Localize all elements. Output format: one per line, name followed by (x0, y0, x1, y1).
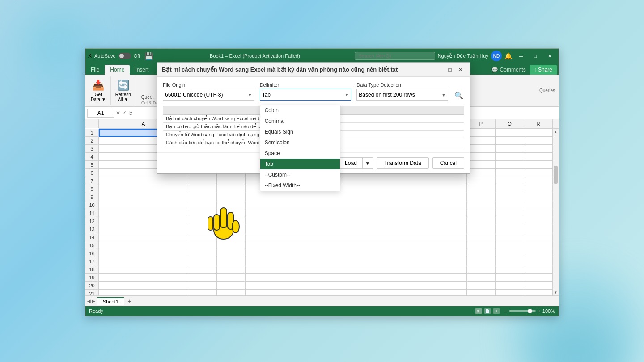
cell-b10[interactable] (188, 201, 217, 209)
cell-b16[interactable] (188, 249, 217, 257)
cell-r1[interactable] (524, 129, 552, 137)
cell-b21[interactable] (188, 290, 217, 295)
delimiter-option-colon[interactable]: Colon (260, 105, 340, 116)
cell-c21[interactable] (217, 290, 246, 295)
cell-q13[interactable] (495, 225, 524, 233)
cell-q10[interactable] (495, 201, 524, 209)
cell-c12[interactable] (217, 217, 246, 225)
cell-p7[interactable] (466, 177, 495, 185)
cell-q9[interactable] (495, 193, 524, 201)
cell-b8[interactable] (188, 185, 217, 193)
cell-b20[interactable] (188, 282, 217, 290)
load-button[interactable]: Load (339, 157, 362, 169)
cell-a11[interactable] (99, 209, 188, 217)
scroll-up-btn[interactable]: ▲ (553, 129, 559, 135)
cell-reference[interactable] (87, 109, 114, 118)
restore-button[interactable]: □ (529, 51, 542, 60)
cell-q12[interactable] (495, 217, 524, 225)
close-button[interactable]: ✕ (543, 51, 556, 60)
cell-q20[interactable] (495, 282, 524, 290)
cell-q15[interactable] (495, 241, 524, 249)
cell-r8[interactable] (524, 185, 552, 193)
cell-p5[interactable] (466, 161, 495, 169)
save-icon[interactable]: 💾 (144, 52, 153, 60)
formula-insert[interactable]: fx (128, 110, 132, 116)
notification-icon[interactable]: 🔔 (504, 52, 512, 59)
cell-p4[interactable] (466, 153, 495, 161)
cell-r4[interactable] (524, 153, 552, 161)
cell-q14[interactable] (495, 233, 524, 241)
page-break-view-icon[interactable]: ≡ (493, 308, 500, 314)
cell-b12[interactable] (188, 217, 217, 225)
cell-q16[interactable] (495, 249, 524, 257)
cell-p9[interactable] (466, 193, 495, 201)
cell-r6[interactable] (524, 169, 552, 177)
cell-b18[interactable] (188, 265, 217, 274)
comments-ribbon-btn[interactable]: 💬 Comments (488, 65, 529, 75)
delimiter-select[interactable]: Tab ▼ (260, 89, 352, 101)
cell-r17[interactable] (524, 257, 552, 265)
cell-c19[interactable] (217, 274, 246, 282)
cell-a16[interactable] (99, 249, 188, 257)
cell-r16[interactable] (524, 249, 552, 257)
search-input[interactable] (355, 52, 435, 60)
cell-p1[interactable] (466, 129, 495, 137)
formula-cancel[interactable]: ✕ (116, 110, 120, 116)
delimiter-option-equals[interactable]: Equals Sign (260, 126, 340, 137)
cell-c14[interactable] (217, 233, 246, 241)
cell-q11[interactable] (495, 209, 524, 217)
cell-p16[interactable] (466, 249, 495, 257)
dialog-close-btn[interactable]: ✕ (456, 65, 465, 74)
cell-p2[interactable] (466, 137, 495, 145)
cell-q8[interactable] (495, 185, 524, 193)
sheet-nav-right[interactable]: ▶ (92, 299, 95, 303)
cell-r15[interactable] (524, 241, 552, 249)
cell-r2[interactable] (524, 137, 552, 145)
cell-p18[interactable] (466, 265, 495, 274)
cell-b14[interactable] (188, 233, 217, 241)
cell-a21[interactable] (99, 290, 188, 295)
cell-r13[interactable] (524, 225, 552, 233)
cell-c16[interactable] (217, 249, 246, 257)
normal-view-icon[interactable]: ⊞ (475, 308, 482, 314)
cell-b17[interactable] (188, 257, 217, 265)
cell-p3[interactable] (466, 145, 495, 153)
zoom-slider[interactable] (509, 310, 536, 312)
cell-a18[interactable] (99, 265, 188, 274)
cell-a9[interactable] (99, 193, 188, 201)
sheet-nav-left[interactable]: ◀ (87, 299, 91, 303)
delimiter-option-custom[interactable]: --Custom-- (260, 169, 340, 180)
cell-r12[interactable] (524, 217, 552, 225)
formula-confirm[interactable]: ✓ (122, 110, 127, 116)
cell-q5[interactable] (495, 161, 524, 169)
cell-a7[interactable] (99, 177, 188, 185)
cell-r9[interactable] (524, 193, 552, 201)
cell-b15[interactable] (188, 241, 217, 249)
cell-p11[interactable] (466, 209, 495, 217)
cell-q3[interactable] (495, 145, 524, 153)
cell-r18[interactable] (524, 265, 552, 274)
cell-a8[interactable] (99, 185, 188, 193)
cell-b11[interactable] (188, 209, 217, 217)
cell-c20[interactable] (217, 282, 246, 290)
cell-a13[interactable] (99, 225, 188, 233)
cell-c13[interactable] (217, 225, 246, 233)
cell-c10[interactable] (217, 201, 246, 209)
delimiter-option-comma[interactable]: Comma (260, 116, 340, 126)
cell-p13[interactable] (466, 225, 495, 233)
scroll-thumb[interactable] (554, 166, 558, 184)
cell-q17[interactable] (495, 257, 524, 265)
zoom-in-btn[interactable]: + (538, 308, 540, 314)
delimiter-option-tab[interactable]: Tab (260, 159, 340, 169)
data-type-select[interactable]: Based on first 200 rows ▼ (356, 89, 448, 101)
cell-r10[interactable] (524, 201, 552, 209)
cell-a12[interactable] (99, 217, 188, 225)
cell-q2[interactable] (495, 137, 524, 145)
cell-p10[interactable] (466, 201, 495, 209)
minimize-button[interactable]: — (515, 51, 527, 60)
tab-home[interactable]: Home (105, 65, 130, 75)
cell-q19[interactable] (495, 274, 524, 282)
cell-p15[interactable] (466, 241, 495, 249)
delimiter-option-fixed[interactable]: --Fixed Width-- (260, 180, 340, 191)
tab-insert[interactable]: Insert (130, 65, 154, 75)
